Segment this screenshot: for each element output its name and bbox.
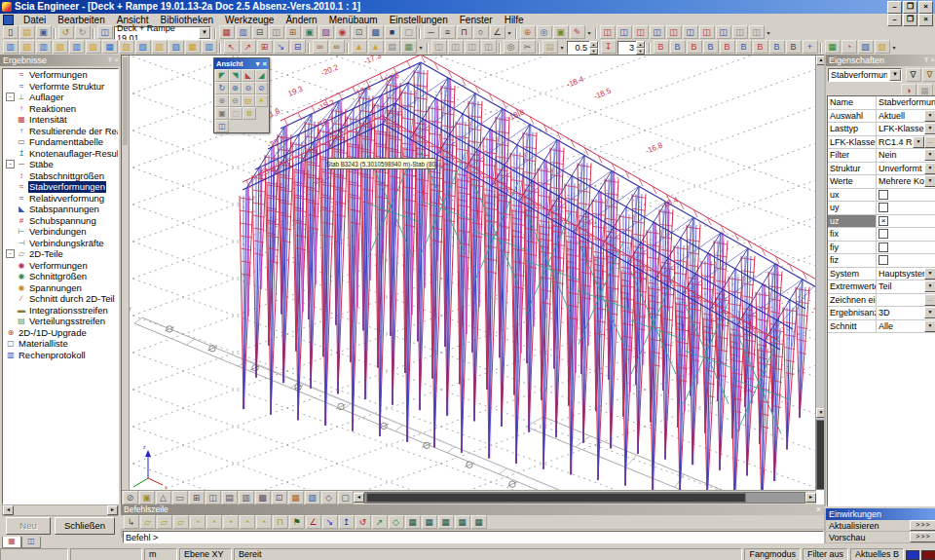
view-window-2-icon[interactable]: ◫: [448, 40, 464, 54]
result-window-10-icon[interactable]: ◫: [749, 25, 765, 39]
pin-icon[interactable]: Ŧ: [107, 55, 112, 66]
tree-item-2d-teile[interactable]: -▱2D-Teile: [3, 248, 118, 260]
layer-tool-1-icon[interactable]: ▲: [352, 40, 367, 54]
property-value[interactable]: Teil▼: [877, 280, 935, 293]
project-window-icon[interactable]: ◫: [97, 25, 113, 39]
tree-item-intensität[interactable]: ▦Intensität: [3, 114, 118, 126]
engineering-report-icon[interactable]: ■: [385, 25, 400, 39]
result-display-8-icon[interactable]: B: [769, 40, 785, 54]
render-mode-3-icon[interactable]: ▨: [858, 40, 874, 54]
cmd-arc-icon[interactable]: ⊓: [273, 515, 288, 529]
property-value[interactable]: [877, 254, 935, 267]
clip-box-icon[interactable]: ▢: [229, 107, 243, 120]
cmd-plane-1-icon[interactable]: ▱: [140, 515, 156, 529]
angle-tool-icon[interactable]: ∠: [490, 25, 505, 39]
rotate-view-icon[interactable]: ↻: [215, 82, 229, 94]
ansicht-toolbar-header[interactable]: Ansicht ▾ ×: [214, 58, 269, 69]
result-window-5-icon[interactable]: ◫: [666, 25, 682, 39]
view-blank-icon[interactable]: ▢: [338, 491, 354, 504]
close-icon[interactable]: ×: [263, 58, 267, 69]
copy-icon[interactable]: ▦: [219, 25, 235, 39]
view-shading-icon[interactable]: ⊘: [123, 491, 138, 504]
zoom-selection-icon[interactable]: ⊖: [229, 94, 243, 107]
expander-icon[interactable]: -: [6, 93, 15, 101]
view-load-icon[interactable]: ▦: [288, 491, 304, 504]
cmd-round-3-icon[interactable]: ◔: [223, 515, 239, 529]
view-top-icon[interactable]: ◢: [255, 69, 269, 82]
close-icon[interactable]: ×: [816, 504, 824, 515]
result-window-2-icon[interactable]: ◫: [617, 25, 632, 39]
dropdown-icon[interactable]: ▼: [924, 307, 935, 318]
doc-minimize-button[interactable]: –: [887, 14, 902, 26]
property-label[interactable]: Ergebnisanz...: [828, 307, 877, 319]
structure-tool-2-icon[interactable]: ▧: [19, 40, 35, 54]
structure-tool-13-icon[interactable]: ▥: [202, 40, 217, 54]
view-front-icon[interactable]: ◥: [229, 69, 243, 82]
checkbox-unchecked[interactable]: [879, 229, 888, 239]
tree-item-stabverformungen[interactable]: ≈Stabverformungen: [3, 181, 118, 193]
link-tool-1-icon[interactable]: ∞: [313, 40, 328, 54]
tree-item-verteilungsstreifen[interactable]: ▤Verteilungsstreifen: [3, 316, 118, 327]
tree-item-schnitt-durch-2d-teil[interactable]: ∕Schnitt durch 2D-Teil: [3, 293, 118, 305]
cmd-flag-icon[interactable]: ⚑: [289, 515, 305, 529]
tree-item-schnittgrößen[interactable]: ◉Schnittgrößen: [3, 271, 118, 282]
structure-tool-12-icon[interactable]: ▦: [185, 40, 201, 54]
property-label[interactable]: Name: [828, 96, 877, 109]
dropdown-icon[interactable]: ▼: [924, 320, 935, 332]
properties-combo[interactable]: Stabverformungen (▼: [828, 68, 902, 82]
model-viewport[interactable]: -17.3-20.219.312.813.4-15.219.7-22.5-21.…: [121, 55, 826, 506]
calculator-icon[interactable]: ◉: [335, 25, 351, 39]
dropdown-icon[interactable]: ▼: [924, 149, 935, 161]
tree-item-rechenprotokoll[interactable]: ▥Rechenprotokoll: [3, 350, 118, 361]
cmd-plane-3-icon[interactable]: ▱: [173, 515, 189, 529]
result-display-5-icon[interactable]: B: [720, 40, 735, 54]
view-window-3-icon[interactable]: ◫: [465, 40, 480, 54]
hscroll-thumb[interactable]: [366, 493, 746, 503]
dropdown-icon[interactable]: ▼: [913, 136, 924, 148]
view-entity-icon[interactable]: ▥: [239, 491, 254, 504]
cmd-angle-icon[interactable]: ∠: [306, 515, 321, 529]
structure-tool-10-icon[interactable]: ▥: [152, 40, 168, 54]
property-value[interactable]: 3D▼: [877, 307, 935, 319]
tree-item-verbindungen[interactable]: ⊢Verbindungen: [3, 226, 118, 238]
property-label[interactable]: LFK-Klasse: [828, 136, 877, 149]
picture-icon[interactable]: ▣: [302, 25, 318, 39]
zoom-out-icon[interactable]: ⊖: [242, 82, 255, 94]
menu-ändern[interactable]: Ändern: [280, 15, 322, 25]
filter-by-property-icon[interactable]: ∇: [906, 68, 921, 82]
doc-close-button[interactable]: ×: [918, 14, 933, 26]
result-window-4-icon[interactable]: ◫: [650, 25, 665, 39]
schliessen-button[interactable]: Schließen: [55, 517, 115, 535]
property-label[interactable]: Extremwerte: [828, 280, 877, 293]
project-combo[interactable]: Deck + Rampe 19.01▼: [114, 26, 211, 40]
property-label[interactable]: uz: [828, 215, 877, 228]
neu-button[interactable]: Neu: [6, 517, 51, 535]
gallery-icon[interactable]: ⊞: [285, 25, 301, 39]
property-value[interactable]: LFK-Klasse▼: [877, 123, 935, 135]
select-tool-1-icon[interactable]: ↖: [224, 40, 240, 54]
tree-item-stabschnittgrößen[interactable]: ↕Stabschnittgrößen: [3, 170, 118, 182]
hatch-tool-icon[interactable]: ▣: [553, 25, 569, 39]
document-icon[interactable]: ▨: [318, 25, 334, 39]
paste-icon[interactable]: ▥: [236, 25, 251, 39]
property-value[interactable]: RC1.4 Rampe▼…: [877, 136, 935, 149]
cmd-table-1-icon[interactable]: ▦: [405, 515, 421, 529]
doc-restore-button[interactable]: ❐: [903, 14, 917, 26]
view-window-1-icon[interactable]: ◫: [431, 40, 447, 54]
tree-item-relativverformung[interactable]: ≈Relativverformung: [3, 193, 118, 205]
property-value[interactable]: Aktuell▼: [877, 110, 935, 123]
property-value[interactable]: [877, 242, 935, 254]
tree-item-resultierende-der-reaktionen[interactable]: ↑Resultierende der Reaktionen: [3, 126, 118, 137]
property-value[interactable]: Stabverformungen: [877, 96, 935, 109]
minimize-button[interactable]: –: [887, 1, 902, 14]
cmd-round-4-icon[interactable]: ◔: [240, 515, 255, 529]
tree-item-knotenauflager-resultierende[interactable]: ↥Knotenauflager-Resultierende: [3, 148, 118, 160]
structure-tool-9-icon[interactable]: ▧: [135, 40, 151, 54]
menu-bearbeiten[interactable]: Bearbeiten: [52, 15, 110, 25]
layer-table-icon[interactable]: ▤: [385, 40, 400, 54]
result-display-6-icon[interactable]: B: [736, 40, 752, 54]
cut-tool-icon[interactable]: ✂: [520, 40, 536, 54]
close-icon[interactable]: ×: [930, 55, 935, 66]
tree-item-stabspannungen[interactable]: ◣Stabspannungen: [3, 204, 118, 215]
result-display-7-icon[interactable]: B: [753, 40, 768, 54]
